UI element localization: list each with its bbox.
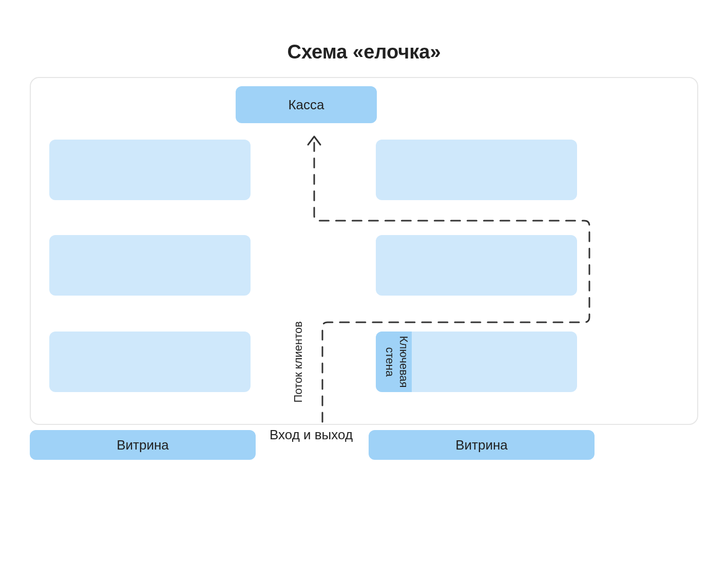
register-label: Касса: [236, 86, 377, 123]
shelf-right-2: [376, 235, 577, 296]
keywall-label: Ключевая стена: [383, 336, 410, 388]
entrance-label: Вход и выход: [270, 427, 353, 443]
vitrine-left-label: Витрина: [117, 437, 169, 453]
flow-label: Поток клиентов: [292, 321, 305, 403]
register-box: Касса: [236, 86, 377, 123]
shelf-left-1: [49, 140, 251, 200]
vitrine-right-label: Витрина: [455, 437, 508, 453]
vitrine-right: Витрина: [369, 430, 595, 460]
shelf-left-2: [49, 235, 251, 296]
diagram-title: Схема «елочка»: [0, 41, 728, 63]
shelf-right-1: [376, 140, 577, 200]
vitrine-left: Витрина: [30, 430, 256, 460]
shelf-left-3: [49, 332, 251, 392]
keywall-box: Ключевая стена: [376, 332, 577, 392]
